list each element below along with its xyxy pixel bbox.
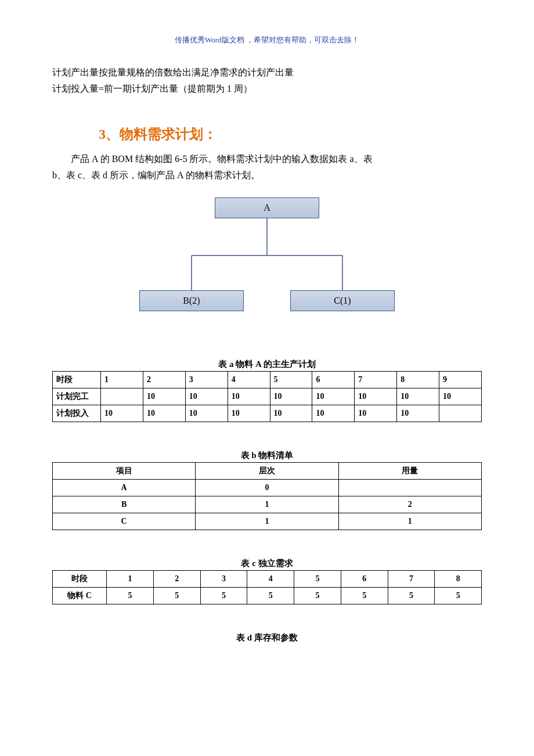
table-a: 时段 1 2 3 4 5 6 7 8 9 计划完工 10 10 10 10 10… xyxy=(52,371,482,422)
cell: 4 xyxy=(228,372,270,388)
cell: 10 xyxy=(312,388,355,405)
cell: 6 xyxy=(341,571,388,588)
cell: 1 xyxy=(196,513,338,530)
cell xyxy=(338,480,481,496)
cell: 项目 xyxy=(53,463,196,480)
cell: 物料 C xyxy=(53,588,107,604)
table-c: 时段 1 2 3 4 5 6 7 8 物料 C 5 5 5 5 5 5 5 5 xyxy=(52,570,482,604)
cell: 5 xyxy=(341,588,388,604)
cell: 5 xyxy=(247,588,294,604)
cell: 8 xyxy=(435,571,482,588)
cell: 10 xyxy=(143,405,185,422)
cell: 5 xyxy=(200,588,247,604)
cell: 10 xyxy=(397,405,439,422)
table-row: 时段 1 2 3 4 5 6 7 8 xyxy=(53,571,482,588)
table-b: 项目 层次 用量 A 0 B 1 2 C 1 1 xyxy=(52,462,482,530)
table-row: C 1 1 xyxy=(53,513,482,530)
cell xyxy=(439,405,482,422)
cell: 5 xyxy=(153,588,200,604)
cell: 计划投入 xyxy=(53,405,101,422)
cell: 10 xyxy=(270,405,312,422)
cell: 6 xyxy=(312,372,355,388)
cell: 5 xyxy=(270,372,312,388)
cell: 10 xyxy=(355,405,397,422)
cell: 10 xyxy=(312,405,355,422)
table-c-caption: 表 c 独立需求 xyxy=(52,558,482,569)
cell: 10 xyxy=(143,388,185,405)
cell: 5 xyxy=(107,588,154,604)
intro-line-1: 计划产出量按批量规格的倍数给出满足净需求的计划产出量 xyxy=(52,65,482,80)
cell: 5 xyxy=(388,588,435,604)
cell: 10 xyxy=(101,405,143,422)
cell: C xyxy=(53,513,196,530)
cell: 10 xyxy=(355,388,397,405)
cell: 5 xyxy=(435,588,482,604)
paragraph-line-2: b、表 c、表 d 所示，编制产品 A 的物料需求计划。 xyxy=(52,168,482,183)
paragraph-line-1: 产品 A 的 BOM 结构如图 6-5 所示。物料需求计划中的输入数据如表 a、… xyxy=(52,152,482,167)
cell: 计划完工 xyxy=(53,388,101,405)
section-heading: 3、物料需求计划： xyxy=(99,125,482,143)
cell: 1 xyxy=(196,496,338,513)
cell: 10 xyxy=(270,388,312,405)
bom-node-b: B(2) xyxy=(139,290,244,311)
table-row: 时段 1 2 3 4 5 6 7 8 9 xyxy=(53,372,482,388)
table-row: 项目 层次 用量 xyxy=(53,463,482,480)
cell: 1 xyxy=(101,372,143,388)
cell: 时段 xyxy=(53,571,107,588)
cell: 10 xyxy=(185,388,228,405)
intro-line-2: 计划投入量=前一期计划产出量（提前期为 1 周） xyxy=(52,81,482,96)
cell: 5 xyxy=(294,588,341,604)
cell: 时段 xyxy=(53,372,101,388)
cell: A xyxy=(53,480,196,496)
cell: 10 xyxy=(228,388,270,405)
cell: 2 xyxy=(338,496,481,513)
cell: B xyxy=(53,496,196,513)
cell: 10 xyxy=(439,388,482,405)
cell: 用量 xyxy=(338,463,481,480)
bom-diagram: A B(2) C(1) xyxy=(139,197,395,331)
cell: 2 xyxy=(153,571,200,588)
cell: 10 xyxy=(397,388,439,405)
cell: 1 xyxy=(107,571,154,588)
table-row: 计划投入 10 10 10 10 10 10 10 10 xyxy=(53,405,482,422)
cell: 4 xyxy=(247,571,294,588)
cell: 9 xyxy=(439,372,482,388)
cell xyxy=(101,388,143,405)
table-b-caption: 表 b 物料清单 xyxy=(52,450,482,461)
table-row: B 1 2 xyxy=(53,496,482,513)
table-d-caption: 表 d 库存和参数 xyxy=(52,632,482,643)
cell: 7 xyxy=(388,571,435,588)
bom-node-c: C(1) xyxy=(290,290,395,311)
cell: 10 xyxy=(185,405,228,422)
cell: 1 xyxy=(338,513,481,530)
cell: 10 xyxy=(228,405,270,422)
cell: 8 xyxy=(397,372,439,388)
table-a-caption: 表 a 物料 A 的主生产计划 xyxy=(52,359,482,370)
cell: 3 xyxy=(200,571,247,588)
cell: 7 xyxy=(355,372,397,388)
table-row: A 0 xyxy=(53,480,482,496)
bom-node-a: A xyxy=(215,197,319,218)
table-row: 计划完工 10 10 10 10 10 10 10 10 xyxy=(53,388,482,405)
table-row: 物料 C 5 5 5 5 5 5 5 5 xyxy=(53,588,482,604)
cell: 3 xyxy=(185,372,228,388)
cell: 0 xyxy=(196,480,338,496)
cell: 层次 xyxy=(196,463,338,480)
cell: 2 xyxy=(143,372,185,388)
header-note: 传播优秀Word版文档 ，希望对您有帮助，可双击去除！ xyxy=(52,35,482,45)
cell: 5 xyxy=(294,571,341,588)
